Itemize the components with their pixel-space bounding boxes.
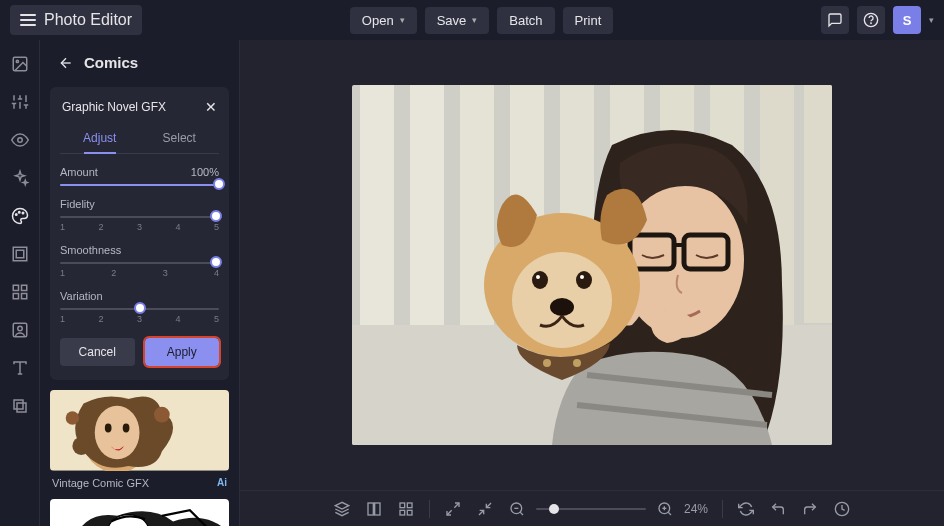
history-icon[interactable] bbox=[833, 500, 851, 518]
tab-select[interactable]: Select bbox=[140, 123, 220, 153]
help-icon[interactable] bbox=[857, 6, 885, 34]
back-arrow-icon[interactable] bbox=[58, 55, 74, 71]
avatar[interactable]: S bbox=[893, 6, 921, 34]
fidelity-slider[interactable] bbox=[60, 216, 219, 218]
svg-point-33 bbox=[105, 424, 112, 433]
reset-icon[interactable] bbox=[737, 500, 755, 518]
effect-name: Graphic Novel GFX bbox=[62, 100, 166, 114]
svg-line-77 bbox=[520, 512, 523, 515]
svg-point-60 bbox=[536, 275, 540, 279]
actual-size-icon[interactable] bbox=[476, 500, 494, 518]
undo-icon[interactable] bbox=[769, 500, 787, 518]
app-menu[interactable]: Photo Editor bbox=[10, 5, 142, 35]
svg-rect-18 bbox=[16, 250, 24, 258]
bottom-toolbar: 24% bbox=[240, 490, 944, 526]
svg-point-15 bbox=[18, 212, 20, 214]
batch-button[interactable]: Batch bbox=[497, 7, 554, 34]
fidelity-control: Fidelity 1 2 3 4 5 bbox=[60, 198, 219, 232]
eye-tool-icon[interactable] bbox=[10, 130, 30, 150]
svg-point-61 bbox=[580, 275, 584, 279]
tool-sidebar bbox=[0, 40, 40, 526]
amount-slider[interactable] bbox=[60, 184, 219, 186]
close-icon[interactable]: ✕ bbox=[205, 99, 217, 115]
svg-rect-66 bbox=[368, 503, 373, 515]
svg-rect-20 bbox=[21, 285, 26, 290]
preset-bw-comic[interactable] bbox=[50, 499, 229, 526]
svg-rect-28 bbox=[17, 403, 26, 412]
svg-line-74 bbox=[486, 503, 491, 508]
svg-point-14 bbox=[15, 214, 17, 216]
svg-rect-22 bbox=[13, 294, 18, 299]
tab-adjust[interactable]: Adjust bbox=[60, 123, 140, 153]
open-button[interactable]: Open▾ bbox=[350, 7, 417, 34]
zoom-in-icon[interactable] bbox=[656, 500, 674, 518]
svg-rect-41 bbox=[360, 85, 394, 325]
smoothness-control: Smoothness 1 2 3 4 bbox=[60, 244, 219, 278]
canvas-image[interactable] bbox=[352, 85, 832, 445]
header-bar: Photo Editor Open▾ Save▾ Batch Print S ▾ bbox=[0, 0, 944, 40]
compare-icon[interactable] bbox=[365, 500, 383, 518]
cancel-button[interactable]: Cancel bbox=[60, 338, 135, 366]
svg-point-16 bbox=[22, 212, 24, 214]
svg-point-58 bbox=[532, 271, 548, 289]
feedback-icon[interactable] bbox=[821, 6, 849, 34]
print-button[interactable]: Print bbox=[563, 7, 614, 34]
canvas-area: 24% bbox=[240, 40, 944, 526]
amount-control: Amount 100% bbox=[60, 166, 219, 186]
preset-vintage-comic[interactable] bbox=[50, 390, 229, 471]
text-tool-icon[interactable] bbox=[10, 358, 30, 378]
svg-point-63 bbox=[543, 359, 551, 367]
chevron-down-icon[interactable]: ▾ bbox=[929, 15, 934, 25]
apply-button[interactable]: Apply bbox=[145, 338, 220, 366]
svg-point-36 bbox=[154, 407, 170, 423]
save-button[interactable]: Save▾ bbox=[425, 7, 490, 34]
fidelity-label: Fidelity bbox=[60, 198, 95, 210]
svg-line-72 bbox=[454, 503, 459, 508]
layers-tool-icon[interactable] bbox=[10, 396, 30, 416]
panel-title: Comics bbox=[84, 54, 138, 71]
fit-screen-icon[interactable] bbox=[444, 500, 462, 518]
svg-rect-17 bbox=[13, 247, 27, 261]
svg-point-37 bbox=[72, 437, 90, 455]
hamburger-icon bbox=[20, 14, 36, 26]
svg-line-80 bbox=[668, 512, 671, 515]
svg-rect-71 bbox=[400, 510, 405, 515]
svg-rect-70 bbox=[407, 510, 412, 515]
smoothness-slider[interactable] bbox=[60, 262, 219, 264]
preset-label: Vintage Comic GFX bbox=[52, 477, 149, 489]
svg-point-24 bbox=[17, 326, 22, 331]
effects-tool-icon[interactable] bbox=[10, 168, 30, 188]
chevron-down-icon: ▾ bbox=[400, 15, 405, 25]
app-title: Photo Editor bbox=[44, 11, 132, 29]
elements-tool-icon[interactable] bbox=[10, 282, 30, 302]
amount-label: Amount bbox=[60, 166, 98, 178]
svg-rect-67 bbox=[375, 503, 380, 515]
svg-rect-19 bbox=[13, 285, 18, 290]
image-tool-icon[interactable] bbox=[10, 54, 30, 74]
zoom-out-icon[interactable] bbox=[508, 500, 526, 518]
layers-icon[interactable] bbox=[333, 500, 351, 518]
palette-tool-icon[interactable] bbox=[10, 206, 30, 226]
svg-rect-21 bbox=[21, 294, 26, 299]
adjust-tool-icon[interactable] bbox=[10, 92, 30, 112]
svg-point-64 bbox=[573, 359, 581, 367]
svg-point-32 bbox=[95, 406, 140, 460]
svg-rect-42 bbox=[410, 85, 444, 330]
ai-badge: Ai bbox=[217, 477, 227, 488]
grid-icon[interactable] bbox=[397, 500, 415, 518]
retouch-tool-icon[interactable] bbox=[10, 320, 30, 340]
smoothness-label: Smoothness bbox=[60, 244, 121, 256]
svg-point-3 bbox=[16, 60, 18, 62]
svg-point-59 bbox=[576, 271, 592, 289]
svg-point-13 bbox=[17, 138, 22, 143]
zoom-value: 24% bbox=[684, 502, 708, 516]
svg-rect-68 bbox=[400, 503, 405, 508]
svg-line-73 bbox=[447, 510, 452, 515]
redo-icon[interactable] bbox=[801, 500, 819, 518]
svg-rect-50 bbox=[804, 85, 832, 323]
zoom-slider[interactable] bbox=[536, 508, 646, 510]
variation-slider[interactable] bbox=[60, 308, 219, 310]
svg-line-75 bbox=[479, 510, 484, 515]
svg-point-62 bbox=[550, 298, 574, 316]
frame-tool-icon[interactable] bbox=[10, 244, 30, 264]
